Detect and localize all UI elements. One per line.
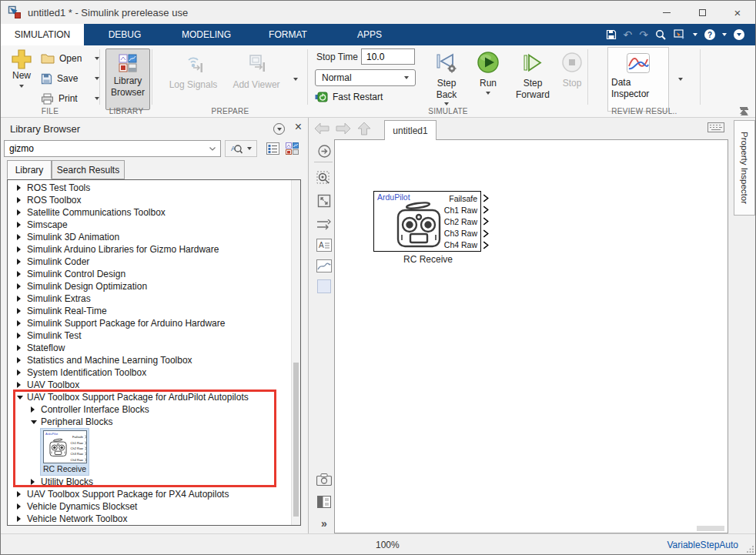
fit-to-view-button[interactable] bbox=[316, 192, 333, 209]
area-annotation-button[interactable] bbox=[316, 278, 333, 295]
tree-scrollbar[interactable] bbox=[291, 180, 300, 525]
add-viewer-button[interactable]: Add Viewer bbox=[227, 48, 286, 91]
tab-apps[interactable]: APPS bbox=[329, 24, 410, 45]
collapsed-arrow-icon[interactable] bbox=[17, 271, 25, 277]
collapsed-arrow-icon[interactable] bbox=[17, 333, 25, 339]
tree-item-simulink-design-optimization[interactable]: Simulink Design Optimization bbox=[8, 280, 300, 293]
step-forward-button[interactable]: Step Forward bbox=[510, 47, 555, 101]
rc-receive-block[interactable]: ArduPilot FailsafeCh1 RawCh2 RawCh3 RawC… bbox=[373, 191, 481, 252]
data-inspector-button[interactable]: Data Inspector bbox=[607, 47, 669, 112]
redo-button[interactable]: ↷ bbox=[639, 27, 648, 42]
collapsed-arrow-icon[interactable] bbox=[17, 296, 25, 302]
tree-item-vehicle-dynamics-blockset[interactable]: Vehicle Dynamics Blockset bbox=[8, 500, 300, 513]
tree-item-stateflow[interactable]: Stateflow bbox=[8, 342, 300, 354]
output-port-ch2-raw[interactable]: Ch2 Raw bbox=[427, 216, 480, 227]
expanded-arrow-icon[interactable] bbox=[31, 420, 38, 424]
minimize-button[interactable] bbox=[649, 1, 684, 24]
zoom-region-button[interactable] bbox=[316, 170, 333, 187]
model-canvas[interactable]: ArduPilot FailsafeCh1 RawCh2 RawCh3 RawC… bbox=[334, 139, 728, 533]
tree-item-statistics-and-machine-learning-toolbox[interactable]: Statistics and Machine Learning Toolbox bbox=[8, 354, 300, 366]
tab-simulation[interactable]: SIMULATION bbox=[1, 24, 84, 45]
stop-time-input[interactable] bbox=[361, 48, 415, 65]
back-button[interactable] bbox=[313, 122, 330, 135]
library-browser-button[interactable]: Library Browser bbox=[105, 48, 150, 110]
chevron-down-icon[interactable] bbox=[209, 147, 216, 151]
keyboard-shortcuts-button[interactable] bbox=[706, 121, 726, 134]
collapsed-arrow-icon[interactable] bbox=[17, 320, 25, 326]
tab-modeling[interactable]: MODELING bbox=[166, 24, 247, 45]
up-button[interactable] bbox=[356, 121, 372, 136]
close-button[interactable]: × bbox=[720, 1, 755, 24]
tree-item-ros-toolbox[interactable]: ROS Toolbox bbox=[8, 194, 300, 206]
collapsed-arrow-icon[interactable] bbox=[17, 259, 25, 265]
run-button[interactable]: Run bbox=[472, 47, 504, 95]
tree-item-simulink-control-design[interactable]: Simulink Control Design bbox=[8, 268, 300, 280]
new-button[interactable]: New bbox=[5, 48, 38, 88]
tree-item-simulink-test[interactable]: Simulink Test bbox=[8, 329, 300, 342]
chevron-down-icon[interactable] bbox=[444, 102, 449, 105]
collapsed-arrow-icon[interactable] bbox=[17, 197, 25, 203]
chevron-down-icon[interactable] bbox=[19, 85, 24, 88]
tab-search-results[interactable]: Search Results bbox=[52, 160, 125, 179]
chevron-down-icon[interactable] bbox=[486, 92, 490, 95]
panel-menu-button[interactable] bbox=[273, 123, 285, 135]
simulation-mode-select[interactable]: Normal bbox=[315, 69, 416, 86]
tree-item-simulink-extras[interactable]: Simulink Extras bbox=[8, 293, 300, 305]
screenshot-dropdown[interactable] bbox=[693, 27, 697, 42]
hide-browser-button[interactable] bbox=[316, 142, 333, 159]
stop-button[interactable]: Stop bbox=[557, 47, 587, 89]
tree-item-uav-toolbox[interactable]: UAV Toolbox bbox=[8, 379, 300, 391]
maximize-button[interactable] bbox=[684, 1, 720, 24]
open-button[interactable]: Open bbox=[41, 50, 99, 67]
collapsed-arrow-icon[interactable] bbox=[31, 479, 38, 485]
tree-item-system-identification-toolbox[interactable]: System Identification Toolbox bbox=[8, 366, 300, 379]
collapsed-arrow-icon[interactable] bbox=[17, 491, 25, 497]
save-button[interactable]: Save bbox=[41, 70, 99, 87]
collapsed-arrow-icon[interactable] bbox=[17, 222, 25, 228]
rc-receive-thumbnail[interactable]: ArduPilot FailsafeCh1 RawCh2 RawCh3 RawC… bbox=[40, 428, 89, 476]
print-button[interactable]: Print bbox=[41, 90, 99, 107]
collapsed-arrow-icon[interactable] bbox=[17, 185, 25, 191]
expanded-arrow-icon[interactable] bbox=[17, 396, 25, 400]
tree-item-simulink-coder[interactable]: Simulink Coder bbox=[8, 256, 300, 268]
collapsed-arrow-icon[interactable] bbox=[17, 283, 25, 289]
property-inspector-tab[interactable]: Property Inspector bbox=[734, 120, 755, 216]
resize-grip[interactable] bbox=[746, 545, 754, 553]
collapsed-arrow-icon[interactable] bbox=[17, 369, 25, 376]
tree-item-controller-interface-blocks[interactable]: Controller Interface Blocks bbox=[8, 403, 300, 416]
review-dropdown[interactable] bbox=[674, 72, 687, 87]
step-back-button[interactable]: Step Back bbox=[427, 47, 466, 105]
collapsed-arrow-icon[interactable] bbox=[17, 308, 25, 314]
screenshot-canvas-button[interactable] bbox=[316, 471, 333, 488]
tree-item-peripheral-blocks[interactable]: Peripheral Blocks bbox=[8, 416, 300, 428]
solver-link[interactable]: VariableStepAuto bbox=[667, 540, 738, 550]
search-button[interactable] bbox=[655, 27, 667, 42]
image-annotation-button[interactable] bbox=[316, 257, 333, 274]
panel-close-button[interactable]: × bbox=[295, 120, 302, 134]
collapsed-arrow-icon[interactable] bbox=[17, 246, 25, 252]
tree-item-satellite-communications-toolbox[interactable]: Satellite Communications Toolbox bbox=[8, 206, 300, 219]
help-button[interactable]: ? bbox=[704, 27, 715, 42]
log-signals-button[interactable]: Log Signals bbox=[164, 48, 222, 91]
search-options-button[interactable]: A bbox=[225, 140, 257, 157]
help-dropdown[interactable] bbox=[722, 27, 727, 42]
collapsed-arrow-icon[interactable] bbox=[17, 382, 25, 388]
annotation-button[interactable]: A bbox=[316, 236, 333, 253]
tree-item-uav-toolbox-support-package-for-ardupilot-autopilots[interactable]: UAV Toolbox Support Package for ArduPilo… bbox=[8, 391, 300, 403]
collapsed-arrow-icon[interactable] bbox=[17, 345, 25, 351]
undo-button[interactable]: ↶ bbox=[624, 27, 633, 42]
fast-restart-toggle[interactable]: Fast Restart bbox=[315, 92, 383, 102]
collapsed-arrow-icon[interactable] bbox=[17, 209, 25, 216]
output-port-ch3-raw[interactable]: Ch3 Raw bbox=[427, 228, 480, 239]
tree-item-simscape[interactable]: Simscape bbox=[8, 219, 300, 231]
canvas-hscrollbar-thumb[interactable] bbox=[697, 526, 724, 531]
library-search-input[interactable] bbox=[5, 143, 209, 154]
toolstrip-options-button[interactable] bbox=[734, 27, 744, 42]
tree-item-simulink-real-time[interactable]: Simulink Real-Time bbox=[8, 305, 300, 317]
library-search-combo[interactable] bbox=[4, 140, 221, 157]
tree-item-simulink-support-package-for-arduino-hardware[interactable]: Simulink Support Package for Arduino Har… bbox=[8, 317, 300, 329]
output-port-ch4-raw[interactable]: Ch4 Raw bbox=[65, 457, 85, 463]
tree-item-uav-toolbox-support-package-for-px4-autopilots[interactable]: UAV Toolbox Support Package for PX4 Auto… bbox=[8, 488, 300, 500]
model-tab-untitled1[interactable]: untitled1 bbox=[384, 120, 437, 140]
tab-library[interactable]: Library bbox=[7, 160, 52, 179]
